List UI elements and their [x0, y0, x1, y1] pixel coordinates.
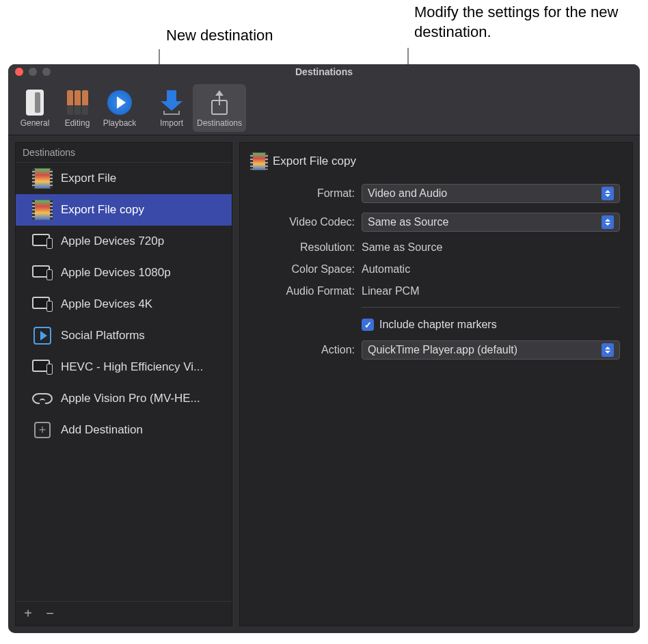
detail-panel: Export File copy Format: Video and Audio…: [239, 142, 633, 626]
colorspace-label: Color Space:: [252, 263, 355, 276]
sidebar-item-export-file-copy[interactable]: Export File copy: [16, 194, 232, 226]
format-select[interactable]: Video and Audio: [362, 184, 620, 203]
filmstrip-icon: [252, 152, 266, 170]
destinations-icon: [205, 88, 234, 117]
action-label: Action:: [252, 344, 355, 356]
import-icon: [157, 88, 186, 117]
playback-icon: [105, 88, 134, 117]
editing-icon: [63, 88, 92, 117]
format-row: Format: Video and Audio: [252, 184, 620, 203]
general-icon: [21, 88, 49, 117]
format-value: Video and Audio: [368, 187, 447, 200]
sidebar-header: Destinations: [16, 143, 232, 163]
audioformat-label: Audio Format:: [252, 285, 355, 297]
goggles-icon: [32, 388, 53, 409]
destinations-sidebar: Destinations Export File Export File cop…: [15, 142, 232, 626]
sidebar-item-label: Apple Vision Pro (MV-HE...: [61, 392, 200, 405]
chapters-row: ✓ Include chapter markers: [252, 319, 620, 331]
add-button[interactable]: +: [21, 606, 35, 621]
format-label: Format:: [252, 187, 355, 200]
toolbar-playback-label: Playback: [103, 118, 137, 128]
chapters-label: Include chapter markers: [379, 319, 497, 331]
devices-icon: [32, 294, 53, 314]
sidebar-item-apple-devices-4k[interactable]: Apple Devices 4K: [16, 289, 232, 320]
sidebar-item-label: Apple Devices 720p: [61, 234, 164, 248]
action-select[interactable]: QuickTime Player.app (default): [362, 340, 620, 360]
resolution-label: Resolution:: [252, 241, 355, 254]
select-arrows-icon: [602, 343, 614, 357]
sidebar-list: Export File Export File copy Apple Devic…: [16, 163, 232, 601]
codec-select[interactable]: Same as Source: [362, 213, 620, 232]
select-arrows-icon: [602, 215, 614, 229]
sidebar-item-label: Export File: [61, 172, 116, 185]
toolbar-import-label: Import: [160, 118, 183, 128]
sidebar-item-label: Social Platforms: [61, 329, 145, 343]
select-arrows-icon: [602, 187, 614, 200]
window-title: Destinations: [295, 66, 353, 77]
toolbar-destinations-label: Destinations: [197, 118, 242, 128]
toolbar-general-label: General: [21, 118, 50, 128]
codec-row: Video Codec: Same as Source: [252, 213, 620, 232]
colorspace-value: Automatic: [362, 263, 620, 276]
divider: [362, 307, 620, 308]
sidebar-item-export-file[interactable]: Export File: [16, 163, 232, 194]
toolbar-general[interactable]: General: [14, 84, 56, 132]
action-row: Action: QuickTime Player.app (default): [252, 340, 620, 360]
toolbar-destinations[interactable]: Destinations: [193, 84, 246, 132]
plus-box-icon: +: [32, 420, 53, 440]
preferences-window: Destinations General Editing Playback Im…: [8, 64, 640, 633]
sidebar-item-label: Apple Devices 1080p: [61, 266, 171, 280]
detail-title: Export File copy: [273, 155, 356, 168]
title-bar: Destinations: [8, 64, 640, 79]
audioformat-value: Linear PCM: [362, 285, 620, 297]
chapters-checkbox[interactable]: ✓: [362, 319, 374, 331]
content-area: Destinations Export File Export File cop…: [8, 135, 640, 633]
devices-icon: [32, 263, 53, 283]
sidebar-item-apple-devices-720p[interactable]: Apple Devices 720p: [16, 226, 232, 257]
callout-new-destination: New destination: [166, 26, 273, 46]
audioformat-row: Audio Format: Linear PCM: [252, 285, 620, 297]
resolution-row: Resolution: Same as Source: [252, 241, 620, 254]
colorspace-row: Color Space: Automatic: [252, 263, 620, 276]
sidebar-footer: + −: [16, 601, 232, 626]
filmstrip-icon: [32, 200, 53, 220]
minimize-button[interactable]: [29, 68, 37, 76]
sidebar-item-social-platforms[interactable]: Social Platforms: [16, 320, 232, 351]
sidebar-item-apple-devices-1080p[interactable]: Apple Devices 1080p: [16, 257, 232, 289]
sidebar-item-label: HEVC - High Efficiency Vi...: [61, 360, 203, 374]
toolbar-playback[interactable]: Playback: [98, 84, 141, 132]
zoom-button[interactable]: [42, 68, 51, 76]
toolbar-import[interactable]: Import: [150, 84, 193, 132]
window-controls: [15, 68, 51, 76]
codec-label: Video Codec:: [252, 216, 355, 228]
codec-value: Same as Source: [368, 216, 448, 228]
preferences-toolbar: General Editing Playback Import Destinat…: [8, 79, 640, 135]
callout-modify-settings: Modify the settings for the new destinat…: [414, 3, 640, 42]
devices-icon: [32, 231, 53, 252]
detail-header: Export File copy: [252, 152, 620, 170]
sidebar-item-add-destination[interactable]: + Add Destination: [16, 414, 232, 446]
sidebar-item-vision-pro[interactable]: Apple Vision Pro (MV-HE...: [16, 383, 232, 414]
filmstrip-icon: [32, 168, 53, 189]
sidebar-item-label: Add Destination: [61, 423, 143, 437]
remove-button[interactable]: −: [43, 606, 57, 621]
sidebar-item-hevc[interactable]: HEVC - High Efficiency Vi...: [16, 351, 232, 383]
toolbar-editing-label: Editing: [65, 118, 90, 128]
sidebar-item-label: Apple Devices 4K: [61, 297, 152, 311]
toolbar-editing[interactable]: Editing: [56, 84, 98, 132]
close-button[interactable]: [15, 68, 23, 76]
checkmark-icon: ✓: [364, 320, 372, 330]
social-icon: [32, 325, 53, 346]
resolution-value: Same as Source: [362, 241, 620, 254]
devices-icon: [32, 357, 53, 377]
action-value: QuickTime Player.app (default): [368, 344, 517, 356]
sidebar-item-label: Export File copy: [61, 203, 144, 217]
